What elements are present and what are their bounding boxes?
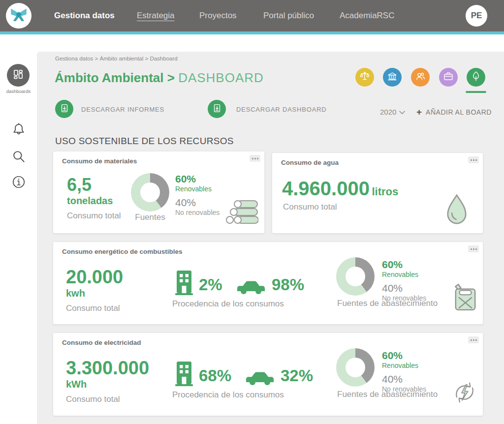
- ambit-button-governance[interactable]: [355, 68, 374, 87]
- download-dashboard-label[interactable]: DESCARGAR DASHBOARD: [236, 106, 327, 113]
- legend-nonrenewables-value: 40%: [175, 197, 220, 209]
- car-icon: [244, 368, 276, 388]
- people-icon: [414, 70, 426, 84]
- fuel-donut-legend: 60% Renovables 40% No renovables: [382, 259, 426, 302]
- ambit-button-economic[interactable]: [383, 68, 402, 87]
- fuel-car-value: 98%: [272, 276, 304, 293]
- chevron-down-icon: [399, 108, 405, 116]
- fuel-value: 20.000: [66, 268, 123, 286]
- info-icon: [11, 182, 26, 191]
- legend-renewables-value: 60%: [382, 350, 426, 362]
- electricity-building-value: 68%: [199, 367, 231, 384]
- electricity-origin-caption: Procedencia de los consumos: [172, 390, 284, 400]
- electricity-value: 3.300.000: [66, 359, 149, 377]
- water-drop-icon: [444, 193, 469, 229]
- download-dashboard-button[interactable]: [208, 100, 226, 118]
- materials-value-caption: Consumo total: [67, 211, 121, 221]
- card-title: Consumo de electricidad: [62, 339, 141, 346]
- materials-donut-chart: [131, 173, 169, 212]
- legend-nonrenewables-value: 40%: [382, 282, 426, 294]
- water-value: 4.960.000: [282, 178, 370, 199]
- legend-renewables-label: Renovables: [175, 185, 220, 193]
- user-avatar[interactable]: PE: [466, 5, 487, 27]
- card-menu-button[interactable]: [468, 156, 479, 163]
- electricity-car-value: 32%: [281, 367, 313, 384]
- sidebar-dashboards-label: dashboards: [0, 89, 37, 94]
- sidebar-item-dashboards[interactable]: [7, 64, 30, 87]
- year-dropdown[interactable]: 2020: [380, 108, 405, 116]
- notifications-button[interactable]: [11, 122, 26, 137]
- card-consumo-electricidad: Consumo de electricidad 3.300.000 kWh Co…: [53, 333, 483, 416]
- nav-item-academiarsc[interactable]: AcademiaRSC: [340, 0, 395, 31]
- app-logo[interactable]: [6, 3, 32, 29]
- download-reports-button[interactable]: [55, 100, 73, 118]
- card-menu-button[interactable]: [468, 245, 479, 252]
- card-consumo-agua: Consumo de agua 4.960.000 litros Consumo…: [272, 153, 483, 233]
- briefcase-icon: [442, 70, 454, 84]
- legend-nonrenewables-value: 40%: [382, 373, 426, 385]
- logs-icon: [223, 200, 258, 227]
- search-button[interactable]: [11, 149, 26, 164]
- electricity-unit: kWh: [66, 379, 149, 390]
- page-title-separator: >: [163, 70, 178, 85]
- nav-item-proyectos[interactable]: Proyectos: [199, 0, 237, 31]
- card-menu-button[interactable]: [250, 155, 260, 162]
- search-icon: [11, 157, 26, 165]
- ambit-button-social[interactable]: [411, 68, 430, 87]
- nav-item-gestiona-datos[interactable]: Gestiona datos: [54, 0, 115, 31]
- ambit-button-environment[interactable]: [467, 68, 485, 87]
- accent-bar: [0, 31, 504, 34]
- materials-donut-caption: Fuentes: [131, 212, 169, 222]
- page-title: Ámbito Ambiental > DASHBOARD: [55, 70, 264, 86]
- breadcrumb[interactable]: Gestiona datos > Ámbito ambiental > Dash…: [55, 56, 178, 61]
- legend-renewables-label: Renovables: [382, 362, 426, 369]
- year-value: 2020: [380, 108, 396, 116]
- download-reports-label[interactable]: DESCARGAR INFORMES: [81, 106, 164, 113]
- plus-icon: +: [416, 107, 422, 117]
- ambit-button-labor[interactable]: [439, 68, 458, 87]
- app-root: { "nav": { "items": [ {"label": "Gestion…: [0, 0, 504, 424]
- fuel-can-icon: [453, 282, 477, 314]
- left-sidebar: dashboards: [0, 34, 37, 424]
- electricity-donut-chart: [336, 348, 375, 387]
- fuel-building-value: 2%: [199, 276, 222, 293]
- building-icon: [175, 361, 193, 389]
- active-ambit-indicator: [466, 91, 486, 93]
- info-button[interactable]: [11, 175, 26, 189]
- legend-renewables-value: 60%: [382, 259, 426, 271]
- main-content: Gestiona datos > Ámbito ambiental > Dash…: [37, 52, 504, 424]
- section-title: USO SOSTENIBLE DE LOS RECURSOS: [55, 136, 234, 147]
- nav-item-portal-publico[interactable]: Portal público: [263, 0, 314, 31]
- scales-icon: [359, 70, 371, 84]
- fuel-donut-chart: [336, 257, 375, 296]
- materials-donut-legend: 60% Renovables 40% No renovables: [175, 173, 220, 216]
- nav-item-estrategia[interactable]: Estrategia: [137, 0, 175, 31]
- page-title-sub: DASHBOARD: [178, 70, 264, 85]
- card-title: Consumo de materiales: [62, 157, 137, 165]
- car-icon: [235, 277, 267, 297]
- add-to-board-button[interactable]: + AÑADIR AL BOARD: [416, 107, 492, 117]
- leaf-icon: [470, 70, 482, 84]
- electricity-donut-legend: 60% Renovables 40% No renovables: [382, 350, 426, 393]
- water-value-caption: Consumo total: [283, 202, 337, 212]
- page-title-main: Ámbito Ambiental: [55, 70, 163, 85]
- legend-renewables-label: Renovables: [382, 271, 426, 278]
- fuel-origin-caption: Procedencia de los consumos: [172, 299, 284, 309]
- bank-icon: [386, 70, 398, 84]
- materials-value: 6,5: [67, 176, 121, 194]
- fuel-donut-caption: Fuentes de abastecimiento: [337, 299, 438, 308]
- card-menu-button[interactable]: [468, 336, 479, 343]
- card-title: Consumo energético de combustibles: [62, 248, 183, 255]
- electricity-donut-caption: Fuentes de abastecimiento: [337, 390, 438, 399]
- butterfly-logo-icon: [8, 4, 29, 27]
- legend-nonrenewables-label: No renovables: [175, 209, 220, 216]
- download-document-icon: [212, 103, 222, 116]
- materials-unit: toneladas: [67, 195, 121, 207]
- bell-icon: [11, 130, 26, 138]
- card-consumo-combustibles: Consumo energético de combustibles 20.00…: [53, 242, 483, 324]
- fuel-unit: kwh: [66, 288, 123, 299]
- card-title: Consumo de agua: [281, 159, 339, 166]
- electricity-value-caption: Consumo total: [66, 394, 149, 404]
- card-consumo-materiales: Consumo de materiales 6,5 toneladas Cons…: [53, 151, 264, 233]
- top-nav: Gestiona datos Estrategia Proyectos Port…: [0, 0, 504, 31]
